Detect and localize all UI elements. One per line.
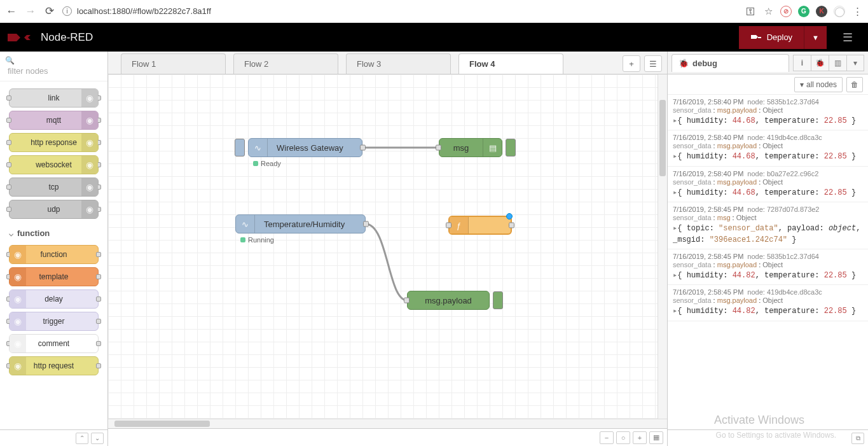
- clear-debug-button[interactable]: 🗑: [846, 77, 863, 92]
- navigator-button[interactable]: ▦: [649, 431, 663, 444]
- list-flows-button[interactable]: ☰: [644, 55, 662, 72]
- palette-node-websocket[interactable]: ◉websocket: [9, 155, 99, 174]
- ext-icon-3[interactable]: K: [816, 6, 827, 17]
- inject-button[interactable]: [235, 139, 245, 157]
- forward-button[interactable]: →: [24, 5, 37, 18]
- debug-message[interactable]: 7/16/2019, 2:58:45 PMnode: 5835b1c2.37d6…: [668, 249, 868, 285]
- filter-nodes-input[interactable]: [5, 65, 90, 77]
- star-icon[interactable]: ☆: [762, 6, 774, 17]
- key-icon[interactable]: ⚿: [745, 6, 756, 17]
- palette-category-function[interactable]: function: [6, 222, 101, 242]
- node-type-icon: ◉: [10, 268, 26, 286]
- flow-tabs: Flow 1Flow 2Flow 3Flow 4 + ☰: [108, 52, 667, 74]
- horizontal-scrollbar[interactable]: [108, 419, 667, 428]
- app-logo: [6, 31, 32, 44]
- add-flow-button[interactable]: +: [623, 55, 640, 72]
- node-status: Running: [240, 236, 274, 244]
- vertical-scrollbar[interactable]: [658, 74, 667, 428]
- deploy-button[interactable]: Deploy ▼: [739, 26, 827, 49]
- wires-layer: [108, 74, 667, 428]
- sidebar-more-button[interactable]: ▾: [846, 55, 864, 71]
- debug-toggle-button[interactable]: [506, 139, 516, 157]
- output-port[interactable]: [360, 145, 366, 151]
- debug-message[interactable]: 7/16/2019, 2:58:40 PMnode: b0a27e22.c96c…: [668, 167, 868, 202]
- input-port[interactable]: [446, 223, 451, 228]
- browser-actions: ⚿ ☆ ⊘ G K ◯ ⋮: [745, 6, 863, 17]
- palette-node-label: tcp: [48, 183, 59, 192]
- back-button[interactable]: ←: [5, 5, 18, 18]
- node-wireless-gateway[interactable]: ∿ Wireless Gateway: [248, 138, 362, 157]
- node-type-icon: ◉: [10, 335, 26, 352]
- ext-icon-2[interactable]: G: [798, 6, 809, 17]
- palette-node-http-response[interactable]: ◉http response: [9, 133, 99, 152]
- canvas-wrap[interactable]: ∿ Wireless Gateway Ready msg ▤ ∿ Tempera…: [108, 74, 667, 428]
- collapse-up-button[interactable]: ⌃: [76, 433, 88, 444]
- zoom-out-button[interactable]: −: [600, 431, 614, 444]
- output-port[interactable]: [363, 221, 369, 227]
- url-text: localhost:1880/#flow/b22282c7.8a1ff: [77, 6, 211, 16]
- debug-tab-button[interactable]: 🐞: [811, 55, 829, 71]
- sidebar-tabs: 🐞 debug i 🐞 ▥ ▾: [668, 52, 868, 74]
- palette-node-http-request[interactable]: ◉http request: [9, 356, 99, 375]
- palette-node-comment[interactable]: ◉comment: [9, 334, 99, 353]
- info-tab-button[interactable]: i: [793, 55, 811, 71]
- tab-debug[interactable]: 🐞 debug: [672, 54, 789, 72]
- node-status: Ready: [253, 160, 281, 167]
- open-window-button[interactable]: ⧉: [851, 433, 864, 444]
- zoom-in-button[interactable]: +: [633, 431, 647, 444]
- node-temp-humidity[interactable]: ∿ Temperature/Humidity: [235, 214, 366, 233]
- windows-watermark: Activate Windows: [714, 414, 804, 427]
- palette-node-template[interactable]: ◉template: [9, 267, 99, 286]
- browser-menu-icon[interactable]: ⋮: [851, 6, 863, 17]
- profile-icon[interactable]: ◯: [834, 6, 845, 17]
- palette-node-label: trigger: [43, 317, 64, 326]
- zoom-reset-button[interactable]: ○: [616, 431, 630, 444]
- tab-flow-1[interactable]: Flow 1: [121, 53, 226, 74]
- tab-flow-4[interactable]: Flow 4: [458, 53, 563, 74]
- reload-button[interactable]: ⟳: [43, 5, 56, 18]
- node-debug-msg[interactable]: msg ▤: [439, 138, 502, 157]
- deploy-caret-icon[interactable]: ▼: [804, 34, 827, 41]
- debug-toggle-button[interactable]: [493, 291, 503, 309]
- input-port[interactable]: [404, 298, 410, 303]
- node-function[interactable]: ƒ: [448, 216, 512, 235]
- output-port[interactable]: [509, 223, 514, 228]
- palette-node-label: template: [39, 272, 68, 281]
- palette-node-trigger[interactable]: ◉trigger: [9, 312, 99, 331]
- palette-node-udp[interactable]: ◉udp: [9, 200, 99, 219]
- node-type-icon: ◉: [81, 134, 98, 151]
- palette-node-mqtt[interactable]: ◉mqtt: [9, 111, 99, 130]
- hamburger-menu-button[interactable]: ☰: [833, 26, 862, 49]
- chart-tab-button[interactable]: ▥: [829, 55, 846, 71]
- address-bar[interactable]: i localhost:1880/#flow/b22282c7.8a1ff: [62, 6, 738, 16]
- debug-message[interactable]: 7/16/2019, 2:58:45 PMnode: 7287d07d.873e…: [668, 202, 868, 249]
- palette-node-tcp[interactable]: ◉tcp: [9, 178, 99, 197]
- changed-indicator: [506, 213, 513, 220]
- app-header: Node-RED Deploy ▼ ☰: [0, 23, 868, 52]
- palette-sidebar: 🔍 ◉link◉mqtt◉http response◉websocket◉tcp…: [0, 52, 108, 446]
- browser-toolbar: ← → ⟳ i localhost:1880/#flow/b22282c7.8a…: [0, 0, 868, 23]
- palette-node-delay[interactable]: ◉delay: [9, 289, 99, 309]
- node-type-icon: ◉: [81, 178, 98, 196]
- function-icon: ƒ: [450, 217, 469, 233]
- ext-icon-1[interactable]: ⊘: [780, 6, 792, 17]
- node-debug-payload[interactable]: msg.payload: [407, 291, 490, 310]
- palette-filter: 🔍: [0, 52, 107, 81]
- flow-canvas[interactable]: ∿ Wireless Gateway Ready msg ▤ ∿ Tempera…: [108, 74, 667, 428]
- tab-flow-3[interactable]: Flow 3: [346, 53, 451, 74]
- palette-node-link[interactable]: ◉link: [9, 88, 99, 108]
- filter-all-nodes-button[interactable]: ▾ all nodes: [794, 77, 843, 92]
- debug-message[interactable]: 7/16/2019, 2:58:40 PMnode: 419db4ce.d8ca…: [668, 130, 868, 166]
- debug-message[interactable]: 7/16/2019, 2:58:45 PMnode: 419db4ce.d8ca…: [668, 285, 868, 321]
- tab-flow-2[interactable]: Flow 2: [233, 53, 338, 74]
- deploy-icon: [750, 33, 762, 42]
- palette-node-label: udp: [47, 205, 60, 214]
- palette-node-function[interactable]: ◉function: [9, 245, 99, 264]
- site-info-icon[interactable]: i: [62, 6, 72, 16]
- debug-messages[interactable]: Activate Windows Go to Settings to activ…: [668, 95, 868, 429]
- input-port[interactable]: [436, 145, 441, 151]
- debug-toolbar: ▾ all nodes 🗑: [668, 74, 868, 95]
- palette-body[interactable]: ◉link◉mqtt◉http response◉websocket◉tcp◉u…: [0, 81, 107, 429]
- debug-message[interactable]: 7/16/2019, 2:58:40 PMnode: 5835b1c2.37d6…: [668, 95, 868, 130]
- collapse-down-button[interactable]: ⌄: [91, 433, 104, 444]
